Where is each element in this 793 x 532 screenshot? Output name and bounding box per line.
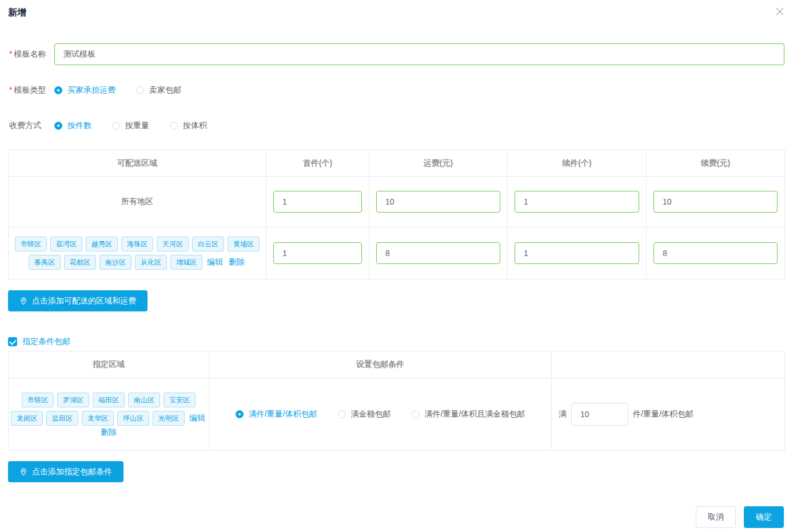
radio-icon bbox=[338, 410, 346, 418]
condition-radio-group: 满件/重量/体积包邮满金额包邮满件/重量/体积且满金额包邮 bbox=[236, 409, 525, 419]
edit-link[interactable]: 编辑 bbox=[207, 257, 223, 267]
add-area-button-label: 点击添加可配送的区域和运费 bbox=[32, 296, 136, 306]
region-tag: 黄埔区 bbox=[228, 237, 260, 251]
free-shipping-label: 指定条件包邮 bbox=[22, 337, 70, 347]
location-pin-icon bbox=[19, 468, 27, 476]
shipping-fee-input[interactable] bbox=[376, 242, 500, 264]
free-shipping-checkbox[interactable]: 指定条件包邮 bbox=[8, 337, 70, 347]
radio-option-label: 按件数 bbox=[67, 121, 91, 131]
close-icon[interactable] bbox=[775, 6, 785, 17]
area-cell: 所有地区 bbox=[9, 177, 266, 227]
required-asterisk: * bbox=[9, 85, 12, 94]
shipping-fee-input[interactable] bbox=[376, 191, 500, 213]
condition-region-cell: 市辖区罗湖区福田区南山区宝安区龙岗区盐田区龙华区坪山区光明区编辑 删除 bbox=[9, 378, 209, 450]
radio-icon bbox=[412, 410, 420, 418]
shipping-table-header: 可配送区域 首件(个) 运费(元) 续件(个) 续费(元) bbox=[9, 150, 784, 177]
header-cell-condition: 设置包邮条件 bbox=[209, 351, 552, 378]
radio-icon bbox=[54, 86, 62, 94]
radio-option-label: 按重量 bbox=[125, 121, 149, 131]
template-type-label: *模板类型 bbox=[9, 85, 46, 95]
next-fee-input[interactable] bbox=[653, 191, 778, 213]
radio-option[interactable]: 卖家包邮 bbox=[136, 85, 181, 95]
template-type-row: *模板类型 买家承担运费卖家包邮 bbox=[9, 85, 784, 96]
condition-table: 指定区域 设置包邮条件 市辖区罗湖区福田区南山区宝安区龙岗区盐田区龙华区坪山区光… bbox=[8, 351, 785, 451]
radio-icon bbox=[136, 86, 144, 94]
region-tags-cell: 市辖区荔湾区越秀区海珠区天河区白云区黄埔区番禺区花都区南沙区从化区增城区编辑删除 bbox=[9, 227, 266, 279]
radio-option-label: 满件/重量/体积且满金额包邮 bbox=[425, 409, 525, 419]
threshold-prefix: 满 bbox=[559, 409, 567, 419]
region-tag: 荔湾区 bbox=[50, 237, 82, 251]
region-tag: 白云区 bbox=[192, 237, 224, 251]
radio-option-label: 买家承担运费 bbox=[67, 85, 115, 95]
region-tag: 天河区 bbox=[157, 237, 189, 251]
region-tag: 坪山区 bbox=[117, 411, 149, 426]
header-cell-area: 可配送区域 bbox=[9, 150, 266, 176]
region-tag: 增城区 bbox=[170, 255, 202, 270]
template-name-input[interactable] bbox=[54, 43, 784, 65]
region-tag: 南沙区 bbox=[99, 255, 131, 270]
header-cell-region: 指定区域 bbox=[9, 351, 209, 378]
header-cell-fee: 运费(元) bbox=[369, 150, 508, 176]
radio-icon bbox=[236, 410, 244, 418]
next-count-input[interactable] bbox=[515, 191, 639, 213]
charge-method-label: 收费方式 bbox=[9, 121, 46, 131]
shipping-table: 可配送区域 首件(个) 运费(元) 续件(个) 续费(元) 所有地区 市辖区荔湾… bbox=[8, 150, 785, 279]
region-tag: 罗湖区 bbox=[57, 393, 89, 407]
condition-region-tag-list: 市辖区罗湖区福田区南山区宝安区龙岗区盐田区龙华区坪山区光明区编辑 bbox=[9, 391, 208, 427]
region-tag: 龙岗区 bbox=[11, 411, 43, 426]
region-tag: 福田区 bbox=[93, 393, 125, 407]
charge-method-row: 收费方式 按件数按重量按体积 bbox=[9, 120, 784, 131]
template-type-radio-group: 买家承担运费卖家包邮 bbox=[54, 85, 181, 95]
first-count-input[interactable] bbox=[273, 191, 362, 213]
radio-option[interactable]: 买家承担运费 bbox=[54, 85, 115, 95]
add-area-button[interactable]: 点击添加可配送的区域和运费 bbox=[8, 290, 148, 311]
delete-link[interactable]: 删除 bbox=[229, 257, 245, 267]
condition-row: 市辖区罗湖区福田区南山区宝安区龙岗区盐田区龙华区坪山区光明区编辑 删除 满件/重… bbox=[9, 378, 784, 450]
radio-option[interactable]: 按体积 bbox=[170, 121, 207, 131]
region-tag: 从化区 bbox=[135, 255, 167, 270]
dialog-title: 新增 bbox=[8, 7, 26, 19]
threshold-cell: 满 件/重量/体积包邮 bbox=[552, 378, 784, 450]
radio-option[interactable]: 按重量 bbox=[112, 121, 149, 131]
header-cell-next: 续件(个) bbox=[508, 150, 647, 176]
add-condition-button[interactable]: 点击添加指定包邮条件 bbox=[8, 461, 123, 482]
radio-icon bbox=[54, 122, 62, 130]
confirm-button[interactable]: 确定 bbox=[744, 506, 784, 528]
radio-option-label: 满件/重量/体积包邮 bbox=[249, 409, 317, 419]
radio-icon bbox=[112, 122, 120, 130]
condition-options-cell: 满件/重量/体积包邮满金额包邮满件/重量/体积且满金额包邮 bbox=[209, 378, 552, 450]
radio-option-label: 满金额包邮 bbox=[351, 409, 391, 419]
region-tag: 市辖区 bbox=[15, 237, 47, 251]
cancel-button[interactable]: 取消 bbox=[696, 506, 736, 528]
location-pin-icon bbox=[19, 297, 27, 305]
add-condition-button-label: 点击添加指定包邮条件 bbox=[32, 467, 112, 477]
radio-option-label: 按体积 bbox=[183, 121, 207, 131]
region-tag: 花都区 bbox=[64, 255, 96, 270]
radio-option[interactable]: 满金额包邮 bbox=[338, 409, 391, 419]
region-tag: 南山区 bbox=[128, 393, 160, 407]
next-count-input[interactable] bbox=[515, 242, 639, 264]
template-name-row: *模板名称 bbox=[9, 43, 784, 65]
edit-link[interactable]: 编辑 bbox=[189, 413, 205, 423]
region-tag: 盐田区 bbox=[46, 411, 78, 426]
header-cell-empty bbox=[552, 351, 784, 378]
delete-link[interactable]: 删除 bbox=[101, 427, 117, 438]
next-fee-input[interactable] bbox=[653, 242, 778, 264]
header-cell-first: 首件(个) bbox=[266, 150, 369, 176]
region-tag-list: 市辖区荔湾区越秀区海珠区天河区白云区黄埔区番禺区花都区南沙区从化区增城区编辑删除 bbox=[13, 235, 261, 271]
region-tag: 宝安区 bbox=[164, 393, 196, 407]
radio-icon bbox=[170, 122, 178, 130]
header-cell-next-fee: 续费(元) bbox=[647, 150, 784, 176]
region-tag: 光明区 bbox=[153, 411, 185, 426]
add-template-dialog: 新增 *模板名称 *模板类型 买家承担运费卖家包邮 收费方式 按件数按重量按体积… bbox=[0, 0, 793, 532]
region-tag: 越秀区 bbox=[86, 237, 118, 251]
radio-option[interactable]: 满件/重量/体积包邮 bbox=[236, 409, 317, 419]
radio-option-label: 卖家包邮 bbox=[149, 85, 181, 95]
radio-option[interactable]: 按件数 bbox=[54, 121, 91, 131]
threshold-input[interactable] bbox=[571, 403, 628, 426]
shipping-row-all-areas: 所有地区 bbox=[9, 177, 784, 227]
region-tag: 龙华区 bbox=[82, 411, 114, 426]
first-count-input[interactable] bbox=[273, 242, 362, 264]
template-name-label: *模板名称 bbox=[9, 49, 46, 59]
radio-option[interactable]: 满件/重量/体积且满金额包邮 bbox=[412, 409, 525, 419]
